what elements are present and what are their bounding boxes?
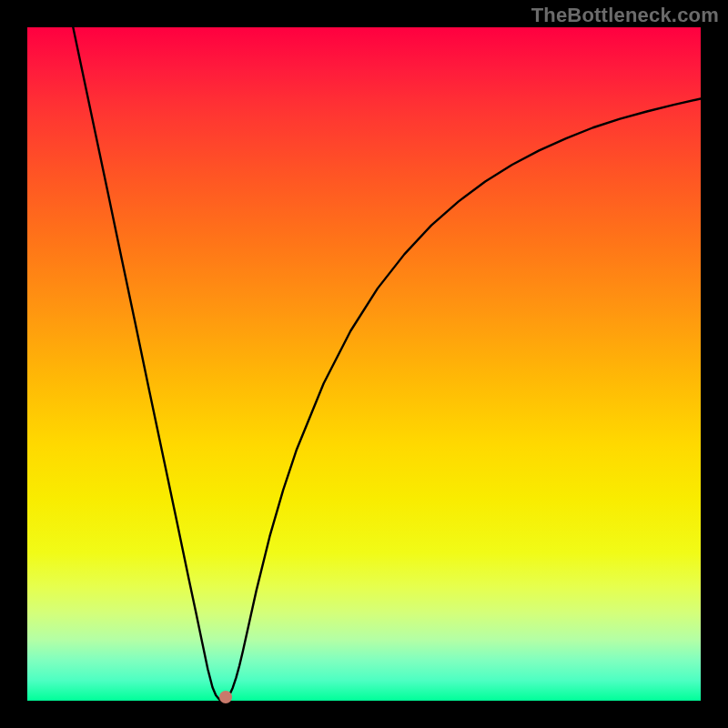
plot-area [27,27,701,701]
chart-frame: TheBottleneck.com [0,0,728,728]
curve-svg [27,27,701,701]
optimum-point-marker [219,691,232,703]
watermark-text: TheBottleneck.com [531,4,719,27]
bottleneck-curve [73,27,701,701]
